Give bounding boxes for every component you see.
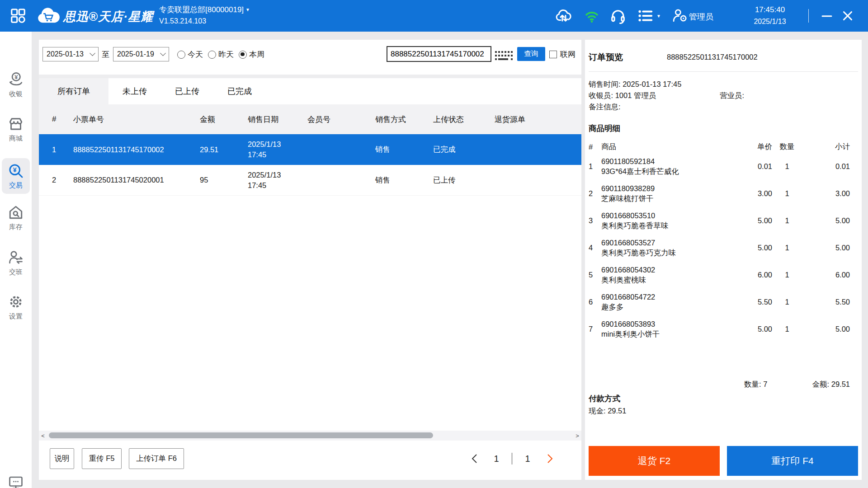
radio-circle-icon: [239, 51, 247, 59]
monitor-icon: [0, 474, 32, 488]
order-tabs: 所有订单 未上传 已上传 已完成: [39, 78, 266, 104]
clock-time: 17:45:40: [741, 4, 799, 16]
payment-method-title: 付款方式: [589, 393, 620, 404]
sidebar-item-mall[interactable]: 商城: [0, 116, 32, 143]
tab-uploaded[interactable]: 已上传: [161, 78, 213, 104]
item-barcode: 6901668054722: [601, 292, 739, 302]
item-barcode: 6901668054302: [601, 265, 739, 275]
radio-circle-icon: [177, 51, 185, 59]
minimize-button[interactable]: [819, 8, 835, 23]
scroll-left-arrow[interactable]: <: [39, 431, 47, 441]
menu-caret-icon[interactable]: ▼: [656, 14, 661, 19]
help-button[interactable]: 说明: [50, 448, 74, 469]
checkbox-icon: [549, 51, 557, 58]
next-page-icon[interactable]: [545, 451, 555, 466]
item-index: 4: [589, 244, 601, 252]
item-name: 奥利奥巧脆卷香草味: [601, 221, 739, 230]
online-checkbox[interactable]: 联网: [549, 49, 576, 60]
item-index: 2: [589, 189, 601, 198]
sidebar-item-trade[interactable]: ¥ 交易: [2, 158, 30, 194]
apps-grid-icon[interactable]: [10, 8, 26, 24]
item-qty: 1: [772, 216, 802, 225]
totals-amount: 金额: 29.51: [812, 380, 850, 389]
keyboard-icon[interactable]: [494, 50, 514, 62]
radio-yesterday[interactable]: 昨天: [208, 49, 234, 60]
cell-status: 已完成: [433, 145, 495, 155]
item-index: 6: [589, 298, 601, 306]
wifi-icon[interactable]: [583, 7, 600, 24]
item-row: 66901668054722趣多多5.5015.50: [585, 288, 862, 315]
sidebar-item-stock[interactable]: 库存: [0, 204, 32, 231]
item-subtotal: 3.00: [802, 189, 850, 198]
receipt-search-input[interactable]: [387, 46, 491, 62]
item-qty: 1: [772, 162, 802, 171]
prev-page-icon[interactable]: [469, 451, 479, 466]
upload-order-button[interactable]: 上传订单 F6: [129, 448, 184, 469]
tab-not-uploaded[interactable]: 未上传: [108, 78, 161, 104]
sidebar-item-settings[interactable]: 设置: [0, 294, 32, 321]
table-row[interactable]: 28888522501131745020001952025/1/1317:45销…: [39, 165, 581, 196]
orders-panel: 2025-01-13 至 2025-01-19 今天 昨天 本周 查询 联网 所…: [39, 40, 581, 480]
scrollbar-thumb[interactable]: [49, 432, 433, 438]
gear-icon: [0, 294, 32, 310]
radio-circle-icon: [208, 51, 216, 59]
quick-date-radios: 今天 昨天 本周: [177, 49, 264, 60]
sidebar-item-cashier[interactable]: ¥ 收银: [0, 71, 32, 99]
item-name: 芝麻味梳打饼干: [601, 193, 739, 203]
scroll-right-arrow[interactable]: >: [573, 431, 581, 441]
horizontal-scrollbar[interactable]: < >: [39, 431, 581, 441]
sidebar-item-backend[interactable]: 后台: [0, 474, 32, 488]
tab-completed[interactable]: 已完成: [213, 78, 266, 104]
cell-index: 2: [39, 176, 73, 184]
admin-user-icon[interactable]: [672, 7, 688, 24]
item-subtotal: 5.00: [802, 216, 850, 225]
item-index: 7: [589, 325, 601, 333]
cell-receipt-no: 8888522501131745020001: [73, 176, 200, 184]
item-row: 26901180938289芝麻味梳打饼干3.0013.00: [585, 180, 862, 207]
date-to-select[interactable]: 2025-01-19: [113, 47, 169, 61]
preview-order-number: 8888522501131745170002: [667, 53, 758, 61]
item-price: 0.01: [739, 162, 772, 171]
query-button[interactable]: 查询: [517, 47, 545, 61]
brand-logo: 思迅®天店·星耀: [34, 6, 153, 28]
radio-this-week[interactable]: 本周: [239, 49, 264, 60]
list-menu-icon[interactable]: [637, 7, 654, 24]
item-qty: 1: [772, 189, 802, 198]
store-caret-icon: ▼: [245, 7, 250, 12]
item-product: 6901668054722趣多多: [601, 292, 739, 312]
sidebar-item-shift[interactable]: 交班: [0, 249, 32, 277]
svg-text:¥: ¥: [14, 74, 18, 80]
cell-index: 1: [39, 145, 73, 154]
total-pages: 1: [522, 454, 533, 464]
close-button[interactable]: [840, 8, 855, 23]
app-version: V1.53.214.103: [159, 15, 250, 27]
topbar: 思迅®天店·星耀 专卖联盟总部[80000019]▼ V1.53.214.103: [0, 0, 868, 32]
item-name: mini奥利奥小饼干: [601, 329, 739, 339]
cell-method: 销售: [375, 175, 433, 185]
return-button[interactable]: 退货 F2: [589, 446, 720, 476]
trade-search-yuan-icon: ¥: [2, 163, 30, 179]
tab-all-orders[interactable]: 所有订单: [39, 78, 108, 104]
table-row[interactable]: 1888852250113174517000229.512025/1/1317:…: [39, 134, 581, 165]
item-row: 46901668053527奥利奥巧脆卷巧克力味5.0015.00: [585, 234, 862, 261]
cell-sale-date: 2025/1/1317:45: [248, 139, 307, 160]
preview-divider: [589, 71, 858, 72]
sale-time-line: 销售时间: 2025-01-13 17:45: [589, 79, 858, 90]
cell-method: 销售: [375, 145, 433, 155]
item-price: 3.00: [739, 189, 772, 198]
headset-icon[interactable]: [609, 7, 627, 24]
reprint-button[interactable]: 重打印 F4: [727, 446, 858, 476]
item-name: 趣多多: [601, 302, 739, 312]
item-price: 5.00: [739, 244, 772, 252]
preview-title: 订单预览: [589, 52, 623, 63]
radio-today[interactable]: 今天: [177, 49, 203, 60]
brand-name: 思迅®天店·星耀: [63, 9, 153, 25]
cloud-sync-icon[interactable]: [555, 7, 572, 24]
item-qty: 1: [772, 325, 802, 333]
chevron-down-icon: [90, 50, 95, 56]
reupload-button[interactable]: 重传 F5: [82, 448, 122, 469]
date-from-select[interactable]: 2025-01-13: [42, 47, 99, 61]
admin-user-label[interactable]: 管理员: [689, 11, 713, 22]
sidebar: ¥ 收银 商城 ¥ 交易: [0, 32, 32, 488]
store-selector[interactable]: 专卖联盟总部[80000019]▼ V1.53.214.103: [159, 4, 250, 27]
